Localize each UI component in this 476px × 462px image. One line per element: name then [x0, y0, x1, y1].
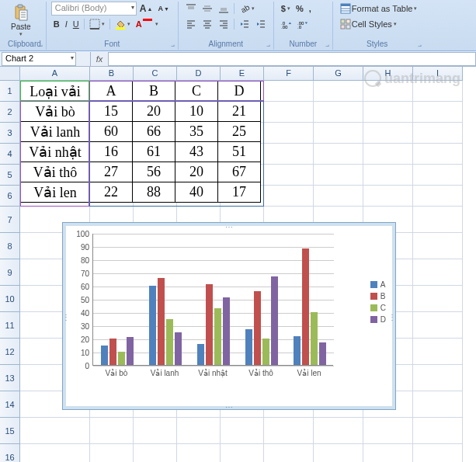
row-header[interactable]: 3 [0, 123, 20, 144]
chart-bar[interactable] [166, 319, 173, 366]
cell[interactable] [413, 186, 463, 207]
cell[interactable] [413, 233, 463, 259]
cell[interactable] [413, 365, 463, 391]
cell[interactable] [363, 444, 413, 462]
row-header[interactable]: 7 [0, 207, 20, 233]
align-bottom-button[interactable] [216, 2, 231, 16]
align-middle-button[interactable] [200, 2, 215, 16]
cell[interactable] [177, 418, 221, 444]
col-header[interactable]: H [363, 67, 413, 81]
resize-handle-right[interactable] [388, 312, 396, 320]
fill-color-button[interactable] [113, 17, 133, 31]
chart-bar[interactable] [118, 352, 125, 365]
legend-item[interactable]: C [370, 304, 386, 312]
format-as-table-button[interactable]: Format as Table [338, 2, 420, 16]
cell[interactable] [363, 165, 413, 186]
resize-handle-bottom[interactable] [225, 402, 233, 410]
cell[interactable] [413, 259, 463, 286]
row-header[interactable]: 5 [0, 165, 20, 186]
row-header[interactable]: 14 [0, 391, 20, 418]
cell[interactable] [264, 81, 314, 102]
font-name-box[interactable]: Calibri (Body) [51, 2, 137, 16]
chart-bar[interactable] [214, 308, 221, 365]
chart-bar[interactable] [271, 276, 278, 365]
paste-button[interactable]: Paste [8, 2, 34, 39]
resize-handle-left[interactable] [62, 312, 70, 320]
col-header[interactable]: A [20, 67, 90, 81]
legend-item[interactable]: B [370, 292, 386, 300]
chart-bar[interactable] [109, 339, 116, 365]
cell[interactable] [314, 123, 363, 144]
cell[interactable] [90, 444, 134, 462]
cell[interactable] [264, 102, 314, 123]
chart-bar[interactable] [127, 337, 134, 365]
align-top-button[interactable] [183, 2, 199, 16]
chart-legend[interactable]: ABCD [370, 277, 386, 327]
chart-bar[interactable] [302, 248, 309, 365]
row-header[interactable]: 1 [0, 81, 20, 102]
cell[interactable] [314, 81, 363, 102]
row-header[interactable]: 15 [0, 418, 20, 444]
cell[interactable] [363, 144, 413, 165]
percent-button[interactable]: % [294, 2, 306, 16]
decrease-font-button[interactable]: A▼ [155, 2, 171, 16]
comma-button[interactable]: , [307, 2, 314, 16]
increase-decimal-button[interactable]: .0.00 [279, 17, 294, 31]
select-all-corner[interactable] [0, 67, 20, 81]
align-left-button[interactable] [183, 17, 199, 31]
row-header[interactable]: 16 [0, 444, 20, 462]
row-header[interactable]: 9 [0, 259, 20, 286]
col-header[interactable]: I [413, 67, 463, 81]
orientation-button[interactable]: ab [237, 2, 257, 16]
decrease-decimal-button[interactable]: .00.0 [295, 17, 311, 31]
cell[interactable] [20, 444, 90, 462]
increase-indent-button[interactable] [253, 17, 269, 31]
chart-bar[interactable] [262, 339, 269, 365]
cell[interactable] [413, 207, 463, 233]
row-header[interactable]: 4 [0, 144, 20, 165]
cell[interactable] [363, 123, 413, 144]
legend-item[interactable]: A [370, 280, 386, 289]
row-header[interactable]: 12 [0, 339, 20, 365]
col-header[interactable]: B [90, 67, 134, 81]
cell[interactable] [413, 102, 463, 123]
col-header[interactable]: D [177, 67, 221, 81]
font-color-button[interactable]: A [134, 17, 161, 31]
cell[interactable] [264, 165, 314, 186]
underline-button[interactable]: U [71, 17, 82, 31]
cell[interactable] [134, 444, 177, 462]
name-box[interactable]: Chart 2 [2, 52, 76, 66]
cell[interactable] [363, 102, 413, 123]
cell[interactable] [413, 339, 463, 365]
cell[interactable] [264, 123, 314, 144]
chart-bar[interactable] [175, 332, 182, 366]
cell[interactable] [413, 144, 463, 165]
cell[interactable] [134, 418, 177, 444]
cell-styles-button[interactable]: Cell Styles [338, 17, 399, 31]
cell[interactable] [314, 418, 363, 444]
formula-input[interactable] [109, 52, 476, 66]
cell[interactable] [221, 418, 264, 444]
cell[interactable] [314, 102, 363, 123]
cell[interactable] [413, 81, 463, 102]
cell[interactable] [264, 186, 314, 207]
cell[interactable] [413, 391, 463, 418]
cell[interactable] [221, 444, 264, 462]
cell[interactable] [90, 418, 134, 444]
col-header[interactable]: E [221, 67, 264, 81]
chart-object[interactable]: 0102030405060708090100 Vải bòVải lanhVải… [62, 222, 396, 410]
plot-area[interactable]: 0102030405060708090100 Vải bòVải lanhVải… [92, 234, 333, 381]
border-button[interactable] [87, 17, 107, 31]
cell[interactable] [264, 444, 314, 462]
fx-button[interactable]: fx [90, 52, 109, 66]
cell[interactable] [413, 312, 463, 339]
increase-font-button[interactable]: A▲ [137, 2, 155, 16]
cell[interactable] [413, 286, 463, 312]
align-right-button[interactable] [216, 17, 231, 31]
row-header[interactable]: 6 [0, 186, 20, 207]
bold-button[interactable]: B [51, 17, 62, 31]
italic-button[interactable]: I [63, 17, 70, 31]
col-header[interactable]: G [314, 67, 363, 81]
cell[interactable] [314, 144, 363, 165]
cell[interactable] [264, 418, 314, 444]
